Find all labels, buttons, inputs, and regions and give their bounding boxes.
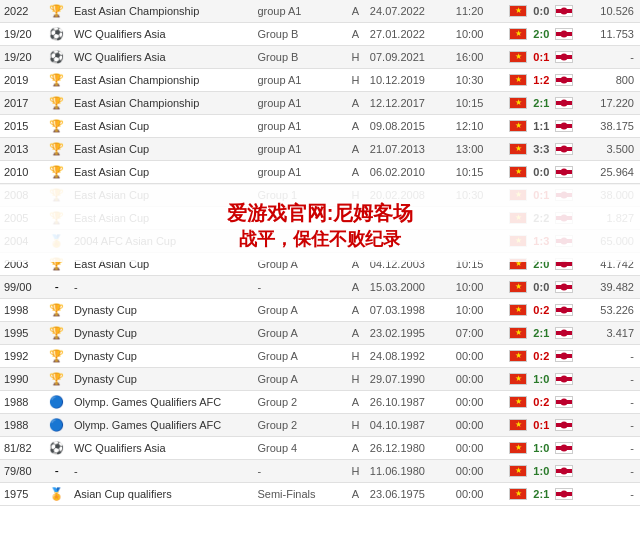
score-container: 3:3 — [504, 143, 579, 155]
time-cell: 00:00 — [452, 483, 500, 506]
score-container: 1:2 — [504, 74, 579, 86]
attendance-cell: 3.500 — [583, 138, 640, 161]
score-container: 1:0 — [504, 442, 579, 454]
tournament-cell: Dynasty Cup — [70, 368, 254, 391]
score-container: 0:2 — [504, 350, 579, 362]
tournament-icon-cell: 🏅 — [44, 483, 70, 506]
score-flags-cell: 1:1 — [500, 115, 583, 138]
tournament-icon-cell: 🏆 — [44, 0, 70, 23]
year-cell: 1992 — [0, 345, 44, 368]
year-cell: 1988 — [0, 414, 44, 437]
flag-china — [509, 327, 527, 339]
time-cell: 00:00 — [452, 460, 500, 483]
tournament-icon: 🏆 — [49, 4, 64, 18]
score-container: 0:0 — [504, 5, 579, 17]
ha-cell: A — [345, 23, 366, 46]
table-row[interactable]: 1990 🏆 Dynasty Cup Group A H 29.07.1990 … — [0, 368, 640, 391]
score-flags-cell: 1:2 — [500, 69, 583, 92]
score-flags-cell: 2:1 — [500, 322, 583, 345]
table-row[interactable]: 1988 🔵 Olymp. Games Qualifiers AFC Group… — [0, 414, 640, 437]
table-row[interactable]: 1992 🏆 Dynasty Cup Group A H 24.08.1992 … — [0, 345, 640, 368]
table-row[interactable]: 81/82 ⚽ WC Qualifiers Asia Group 4 A 26.… — [0, 437, 640, 460]
date-cell: 21.07.2013 — [366, 138, 452, 161]
time-cell: 00:00 — [452, 414, 500, 437]
tournament-icon: 🏆 — [49, 303, 64, 317]
date-cell: 15.03.2000 — [366, 276, 452, 299]
group-cell: group A1 — [253, 138, 345, 161]
flag-china — [509, 51, 527, 63]
group-cell: Group A — [253, 299, 345, 322]
tournament-icon: 🔵 — [49, 418, 64, 432]
tournament-icon-cell: 🏆 — [44, 92, 70, 115]
year-cell: 19/20 — [0, 23, 44, 46]
date-cell: 07.03.1998 — [366, 299, 452, 322]
flag-china — [509, 373, 527, 385]
year-cell: 2015 — [0, 115, 44, 138]
score-value: 1:0 — [529, 465, 553, 477]
flag-japan — [555, 28, 573, 40]
table-row[interactable]: 99/00 - - - A 15.03.2000 10:00 0:0 39.48… — [0, 276, 640, 299]
table-row[interactable]: 1975 🏅 Asian Cup qualifiers Semi-Finals … — [0, 483, 640, 506]
year-cell: 1988 — [0, 391, 44, 414]
tournament-icon-cell: ⚽ — [44, 23, 70, 46]
score-flags-cell: 0:2 — [500, 299, 583, 322]
flag-japan — [555, 396, 573, 408]
score-value: 0:2 — [529, 304, 553, 316]
time-cell: 00:00 — [452, 437, 500, 460]
table-row[interactable]: 2015 🏆 East Asian Cup group A1 A 09.08.2… — [0, 115, 640, 138]
group-cell: Group 2 — [253, 414, 345, 437]
tournament-cell: Olymp. Games Qualifiers AFC — [70, 414, 254, 437]
tournament-icon-cell: 🏆 — [44, 345, 70, 368]
table-row[interactable]: 1995 🏆 Dynasty Cup Group A A 23.02.1995 … — [0, 322, 640, 345]
table-row[interactable]: 2022 🏆 East Asian Championship group A1 … — [0, 0, 640, 23]
tournament-cell: Dynasty Cup — [70, 322, 254, 345]
score-flags-cell: 1:0 — [500, 437, 583, 460]
table-row[interactable]: 2017 🏆 East Asian Championship group A1 … — [0, 92, 640, 115]
table-row[interactable]: 79/80 - - - H 11.06.1980 00:00 1:0 - — [0, 460, 640, 483]
table-row[interactable]: 19/20 ⚽ WC Qualifiers Asia Group B A 27.… — [0, 23, 640, 46]
flag-japan — [555, 373, 573, 385]
flag-china — [509, 166, 527, 178]
date-cell: 10.12.2019 — [366, 69, 452, 92]
date-cell: 29.07.1990 — [366, 368, 452, 391]
table-row[interactable]: 2019 🏆 East Asian Championship group A1 … — [0, 69, 640, 92]
table-row[interactable]: 19/20 ⚽ WC Qualifiers Asia Group B H 07.… — [0, 46, 640, 69]
ha-cell: A — [345, 276, 366, 299]
time-cell: 00:00 — [452, 391, 500, 414]
score-value: 0:0 — [529, 281, 553, 293]
ha-cell: H — [345, 460, 366, 483]
tournament-icon: 🏆 — [49, 142, 64, 156]
date-cell: 06.02.2010 — [366, 161, 452, 184]
score-flags-cell: 1:0 — [500, 368, 583, 391]
flag-china — [509, 97, 527, 109]
tournament-cell: WC Qualifiers Asia — [70, 46, 254, 69]
time-cell: 07:00 — [452, 322, 500, 345]
year-cell: 1975 — [0, 483, 44, 506]
attendance-cell: - — [583, 345, 640, 368]
tournament-icon: 🏆 — [49, 119, 64, 133]
score-value: 3:3 — [529, 143, 553, 155]
ha-cell: A — [345, 138, 366, 161]
year-cell: 1995 — [0, 322, 44, 345]
ha-cell: H — [345, 69, 366, 92]
time-cell: 10:30 — [452, 69, 500, 92]
table-row[interactable]: 1998 🏆 Dynasty Cup Group A A 07.03.1998 … — [0, 299, 640, 322]
flag-japan — [555, 488, 573, 500]
attendance-cell: 10.526 — [583, 0, 640, 23]
group-cell: - — [253, 276, 345, 299]
attendance-cell: - — [583, 46, 640, 69]
time-cell: 10:15 — [452, 161, 500, 184]
table-row[interactable]: 2013 🏆 East Asian Cup group A1 A 21.07.2… — [0, 138, 640, 161]
flag-japan — [555, 166, 573, 178]
score-container: 0:2 — [504, 304, 579, 316]
attendance-cell: 39.482 — [583, 276, 640, 299]
score-flags-cell: 1:0 — [500, 460, 583, 483]
table-row[interactable]: 1988 🔵 Olymp. Games Qualifiers AFC Group… — [0, 391, 640, 414]
table-row[interactable]: 2010 🏆 East Asian Cup group A1 A 06.02.2… — [0, 161, 640, 184]
tournament-icon-cell: ⚽ — [44, 437, 70, 460]
tournament-icon-cell: 🏆 — [44, 299, 70, 322]
year-cell: 1998 — [0, 299, 44, 322]
score-value: 0:1 — [529, 419, 553, 431]
tournament-cell: East Asian Cup — [70, 115, 254, 138]
score-flags-cell: 0:0 — [500, 276, 583, 299]
